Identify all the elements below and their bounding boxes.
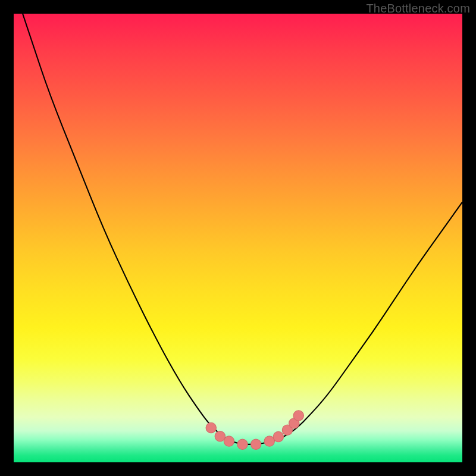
highlight-marker xyxy=(250,439,261,449)
chart-svg xyxy=(14,14,462,462)
plot-area xyxy=(14,14,462,462)
bottleneck-curve xyxy=(14,14,462,444)
marker-group xyxy=(206,411,303,450)
highlight-marker xyxy=(237,439,248,449)
curve-group xyxy=(14,14,462,444)
watermark-text: TheBottleneck.com xyxy=(366,2,470,15)
chart-frame: TheBottleneck.com xyxy=(0,0,476,476)
highlight-marker xyxy=(293,411,303,421)
highlight-marker xyxy=(273,431,283,441)
highlight-marker xyxy=(224,436,234,446)
highlight-marker xyxy=(215,431,225,441)
highlight-marker xyxy=(206,422,216,433)
